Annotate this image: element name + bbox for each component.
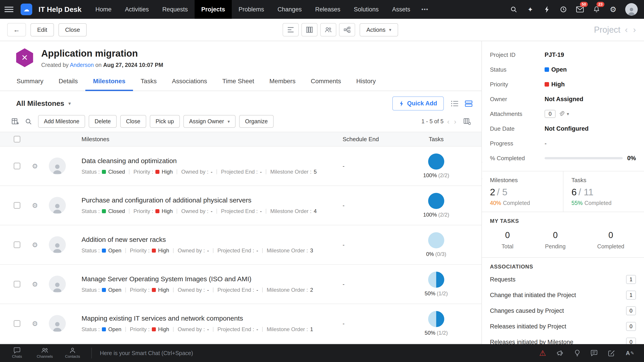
lightbulb-icon[interactable] <box>574 350 580 357</box>
user-avatar[interactable] <box>625 3 638 16</box>
back-button[interactable]: ← <box>7 23 26 36</box>
prev-page-icon[interactable]: ‹ <box>446 118 450 125</box>
detail-view-icon[interactable] <box>282 23 299 36</box>
attachment-controls[interactable]: ▾ <box>558 111 569 117</box>
row-checkbox[interactable] <box>14 320 20 327</box>
comment-icon[interactable] <box>591 350 598 356</box>
row-checkbox[interactable] <box>14 163 20 169</box>
search-icon[interactable] <box>509 5 518 14</box>
tab-members[interactable]: Members <box>262 73 303 91</box>
nav-item-assets[interactable]: Assets <box>385 0 417 19</box>
association-releases-milestone[interactable]: Releases initiated by Milestone 0 <box>490 334 636 344</box>
alert-icon[interactable]: ⚠ <box>539 349 546 358</box>
panel-collapse-icon[interactable]: › <box>482 162 482 179</box>
row-gear-icon[interactable]: ⚙ <box>27 320 43 328</box>
tasks-percent: 50% <box>424 290 435 297</box>
status-label: Status : <box>82 247 100 254</box>
select-all-checkbox[interactable] <box>14 136 20 142</box>
milestone-table-header: Milestones Schedule End Tasks <box>0 132 482 147</box>
gear-icon[interactable]: ⚙ <box>608 5 618 14</box>
milestone-row: ⚙ Purchase and configuration of addition… <box>0 186 482 225</box>
tab-history[interactable]: History <box>349 73 383 91</box>
row-gear-icon[interactable]: ⚙ <box>27 280 43 288</box>
nav-item-activities[interactable]: Activities <box>118 0 156 19</box>
tab-associations[interactable]: Associations <box>164 73 215 91</box>
organize-button[interactable]: Organize <box>239 115 274 128</box>
next-entity-icon[interactable]: › <box>632 25 637 34</box>
card-view-icon[interactable] <box>465 100 472 107</box>
nav-item-solutions[interactable]: Solutions <box>347 0 385 19</box>
close-milestone-button[interactable]: Close <box>120 115 146 128</box>
compose-icon[interactable] <box>608 350 615 357</box>
nav-item-changes[interactable]: Changes <box>271 0 308 19</box>
table-search-icon[interactable] <box>25 118 32 125</box>
milestone-avatar <box>49 157 66 175</box>
milestone-title[interactable]: Mapping existing IT services and network… <box>82 315 331 322</box>
milestone-title[interactable]: Purchase and configuration of additional… <box>82 196 331 204</box>
bell-icon[interactable]: 23 <box>592 5 601 14</box>
channels-button[interactable]: Channels <box>34 347 56 359</box>
chats-button[interactable]: Chats <box>6 347 28 359</box>
nav-item-requests[interactable]: Requests <box>156 0 194 19</box>
contacts-button[interactable]: Contacts <box>62 347 83 359</box>
add-milestone-button[interactable]: Add Milestone <box>38 115 85 128</box>
attachments-count[interactable]: 0 <box>544 110 556 118</box>
board-add-icon[interactable] <box>12 118 19 125</box>
megaphone-icon[interactable] <box>557 350 564 356</box>
milestone-filter-dropdown[interactable]: All Milestones ▾ <box>16 99 71 108</box>
smart-chat-input[interactable] <box>100 350 533 357</box>
delete-button[interactable]: Delete <box>89 115 116 128</box>
row-gear-icon[interactable]: ⚙ <box>27 202 43 209</box>
association-releases-project[interactable]: Releases initiated by Project 0 <box>490 319 636 334</box>
next-page-icon[interactable]: › <box>453 118 457 125</box>
history-icon[interactable] <box>559 5 568 14</box>
nav-item-projects[interactable]: Projects <box>194 0 232 19</box>
tab-time-sheet[interactable]: Time Sheet <box>215 73 262 91</box>
hierarchy-view-icon[interactable] <box>339 23 355 36</box>
tab-comments[interactable]: Comments <box>303 73 349 91</box>
row-checkbox[interactable] <box>14 281 20 288</box>
tab-details[interactable]: Details <box>51 73 86 91</box>
members-view-icon[interactable] <box>320 23 336 36</box>
column-view-icon[interactable] <box>302 23 318 36</box>
tasks-summary-label: Tasks <box>572 177 636 184</box>
nav-item-home[interactable]: Home <box>89 0 118 19</box>
created-by-user-link[interactable]: Anderson <box>70 62 94 68</box>
pickup-button[interactable]: Pick up <box>150 115 180 128</box>
row-gear-icon[interactable]: ⚙ <box>27 162 43 170</box>
row-checkbox[interactable] <box>14 241 20 248</box>
sparkle-ai-icon[interactable]: ✦ <box>526 5 535 14</box>
row-checkbox[interactable] <box>14 202 20 209</box>
tab-summary[interactable]: Summary <box>9 73 51 91</box>
my-tasks-pending: 0 Pending <box>545 230 566 250</box>
owned-by-label: Owned by : <box>178 287 205 293</box>
milestone-title[interactable]: Manage Server Operating System Images (I… <box>82 275 331 283</box>
nav-more-icon[interactable]: ••• <box>417 0 433 19</box>
separator <box>213 327 214 332</box>
edit-button[interactable]: Edit <box>30 23 54 36</box>
tasks-progress-pie <box>428 272 444 288</box>
zap-icon[interactable] <box>542 5 551 14</box>
column-settings-icon[interactable] <box>464 118 471 125</box>
nav-item-releases[interactable]: Releases <box>308 0 347 19</box>
hamburger-menu-icon[interactable] <box>4 7 14 12</box>
app-logo[interactable]: ☁ <box>20 3 32 15</box>
tasks-pct: 55% <box>572 200 583 206</box>
tab-milestones[interactable]: Milestones <box>85 73 133 91</box>
row-gear-icon[interactable]: ⚙ <box>27 241 43 249</box>
prev-entity-icon[interactable]: ‹ <box>624 25 629 34</box>
assign-owner-button[interactable]: Assign Owner ▾ <box>184 115 236 128</box>
list-view-icon[interactable] <box>451 100 458 107</box>
milestone-title[interactable]: Data cleansing and optimization <box>82 157 331 165</box>
milestone-title[interactable]: Addition of new server racks <box>82 236 331 243</box>
mail-icon[interactable]: 50 <box>576 5 584 14</box>
close-button[interactable]: Close <box>58 23 87 36</box>
quick-add-button[interactable]: Quick Add <box>392 96 444 110</box>
tab-tasks[interactable]: Tasks <box>133 73 164 91</box>
nav-item-problems[interactable]: Problems <box>232 0 271 19</box>
association-changes-caused[interactable]: Changes caused by Project 0 <box>490 303 636 319</box>
translate-icon[interactable]: A✎ <box>626 350 634 357</box>
association-requests[interactable]: Requests 1 <box>490 272 636 287</box>
actions-button[interactable]: Actions ▾ <box>360 23 398 36</box>
association-change-initiated[interactable]: Change that initiated the Project 1 <box>490 287 636 303</box>
